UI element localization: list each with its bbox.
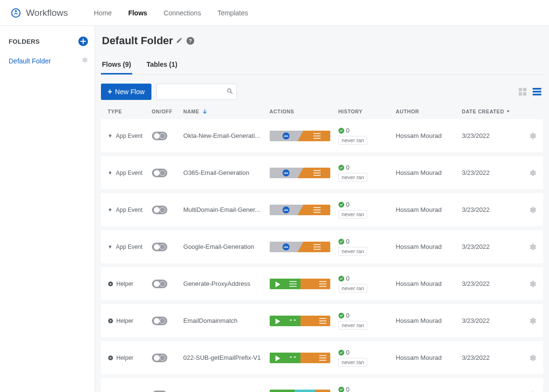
- svg-rect-8: [533, 88, 541, 90]
- nav-flows[interactable]: Flows: [128, 9, 148, 17]
- flow-name[interactable]: Okta-New-Email-Generati...: [183, 132, 269, 139]
- column-date[interactable]: DATE CREATED: [462, 109, 519, 114]
- column-history[interactable]: HISTORY: [338, 109, 396, 114]
- onoff-toggle[interactable]: [152, 280, 167, 288]
- sidebar-item-label: Default Folder: [9, 57, 51, 65]
- row-settings-button[interactable]: [519, 243, 537, 251]
- svg-rect-10: [533, 94, 541, 96]
- nav-home[interactable]: Home: [94, 9, 112, 17]
- new-flow-button[interactable]: + New Flow: [101, 84, 151, 100]
- column-onoff[interactable]: ON/OFF: [152, 109, 184, 114]
- caret-down-icon: [506, 110, 510, 113]
- flow-author: Hossam Mourad: [396, 317, 462, 324]
- table-row[interactable]: Helper 004-CSUB-filterCompare... " "T F …: [101, 378, 543, 392]
- success-icon: [338, 387, 344, 392]
- history-status: never ran: [338, 210, 367, 219]
- sidebar-heading: FOLDERS: [9, 38, 40, 45]
- flow-name[interactable]: MultiDomain-Email-Gener...: [183, 206, 269, 213]
- table-row[interactable]: Helper 022-SUB-getEmailPrefix-V1 " " 0 n…: [101, 341, 543, 374]
- svg-text:okta: okta: [284, 135, 288, 137]
- row-settings-button[interactable]: [519, 206, 537, 214]
- row-settings-button[interactable]: [519, 317, 537, 325]
- flow-date: 3/23/2022: [462, 206, 519, 213]
- flow-author: Hossam Mourad: [396, 206, 462, 213]
- flow-history: 0 never ran: [338, 238, 396, 256]
- nav-templates[interactable]: Templates: [217, 9, 248, 17]
- flow-type: App Event: [108, 207, 152, 213]
- flow-author: Hossam Mourad: [396, 243, 462, 250]
- column-actions[interactable]: ACTIONS: [270, 109, 338, 114]
- success-icon: [338, 165, 344, 171]
- help-icon[interactable]: ?: [187, 37, 194, 45]
- flow-name[interactable]: Google-Email-Generation: [183, 243, 269, 250]
- table-row[interactable]: App Event MultiDomain-Email-Gener... okt…: [101, 193, 543, 226]
- edit-icon[interactable]: [176, 37, 183, 44]
- svg-rect-4: [519, 88, 522, 91]
- add-folder-button[interactable]: [78, 37, 88, 46]
- gear-icon[interactable]: [81, 57, 88, 65]
- page-title: Default Folder: [102, 35, 173, 47]
- flow-actions: okta: [270, 205, 338, 215]
- view-toggle: [518, 87, 543, 96]
- success-icon: [338, 276, 344, 282]
- onoff-toggle[interactable]: [152, 169, 167, 177]
- flow-actions: " ": [270, 353, 338, 363]
- flow-name[interactable]: O365-Email-Generation: [183, 169, 269, 176]
- search-icon[interactable]: [226, 88, 233, 96]
- table-row[interactable]: Helper EmailDomainmatch " " 0 never ran …: [101, 304, 543, 337]
- table-row[interactable]: App Event Okta-New-Email-Generati... okt…: [101, 119, 543, 152]
- row-settings-button[interactable]: [519, 280, 537, 288]
- flow-history: 0 never ran: [338, 275, 396, 293]
- success-icon: [338, 128, 344, 134]
- svg-text:" ": " ": [289, 318, 296, 324]
- flow-name[interactable]: Generate-ProxyAddress: [183, 280, 269, 287]
- list-view-icon[interactable]: [533, 87, 541, 96]
- table-row[interactable]: App Event O365-Email-Generation okta 0 n…: [101, 156, 543, 189]
- column-type[interactable]: TYPE: [108, 109, 152, 114]
- row-settings-button[interactable]: [519, 169, 537, 177]
- onoff-toggle[interactable]: [152, 391, 167, 392]
- flow-date: 3/23/2022: [462, 169, 519, 176]
- logo-icon: [11, 8, 21, 18]
- main-panel: Default Folder ? Flows (9) Tables (1) + …: [95, 26, 549, 392]
- flow-history: 0 never ran: [338, 386, 396, 392]
- column-name[interactable]: NAME: [183, 109, 269, 114]
- onoff-toggle[interactable]: [152, 243, 167, 251]
- new-flow-label: New Flow: [115, 88, 144, 96]
- flow-name[interactable]: EmailDomainmatch: [183, 317, 269, 324]
- search-input[interactable]: [156, 84, 237, 100]
- svg-rect-5: [523, 88, 526, 91]
- row-settings-button[interactable]: [519, 132, 537, 140]
- svg-point-2: [227, 89, 231, 92]
- history-status: never ran: [338, 136, 367, 145]
- table-row[interactable]: Helper Generate-ProxyAddress 0 never ran…: [101, 267, 543, 300]
- sidebar-item-default-folder[interactable]: Default Folder: [9, 57, 88, 65]
- history-status: never ran: [338, 247, 367, 256]
- brand-label: Workflows: [26, 8, 68, 18]
- nav-connections[interactable]: Connections: [163, 9, 201, 17]
- onoff-toggle[interactable]: [152, 206, 167, 214]
- svg-text:okta: okta: [284, 208, 288, 211]
- flow-date: 3/23/2022: [462, 243, 519, 250]
- tab-tables[interactable]: Tables (1): [146, 56, 178, 74]
- flow-author: Hossam Mourad: [396, 280, 462, 287]
- row-settings-button[interactable]: [519, 354, 537, 362]
- history-status: never ran: [338, 321, 367, 330]
- grid-view-icon[interactable]: [518, 87, 527, 96]
- flow-name[interactable]: 022-SUB-getEmailPrefix-V1: [183, 354, 269, 361]
- flow-history: 0 never ran: [338, 201, 396, 219]
- onoff-toggle[interactable]: [152, 132, 167, 140]
- onoff-toggle[interactable]: [152, 317, 167, 325]
- onoff-toggle[interactable]: [152, 354, 167, 362]
- flow-actions: " ": [270, 316, 338, 326]
- sidebar: FOLDERS Default Folder: [0, 26, 95, 392]
- column-author[interactable]: AUTHOR: [396, 109, 462, 114]
- success-icon: [338, 350, 344, 355]
- toolbar: + New Flow: [101, 84, 543, 100]
- flow-history: 0 never ran: [338, 127, 396, 145]
- tab-flows[interactable]: Flows (9): [101, 56, 132, 74]
- svg-rect-7: [523, 92, 526, 96]
- table-row[interactable]: App Event Google-Email-Generation okta 0…: [101, 230, 543, 263]
- flow-type: Helper: [108, 355, 152, 361]
- tabs: Flows (9) Tables (1): [101, 56, 543, 75]
